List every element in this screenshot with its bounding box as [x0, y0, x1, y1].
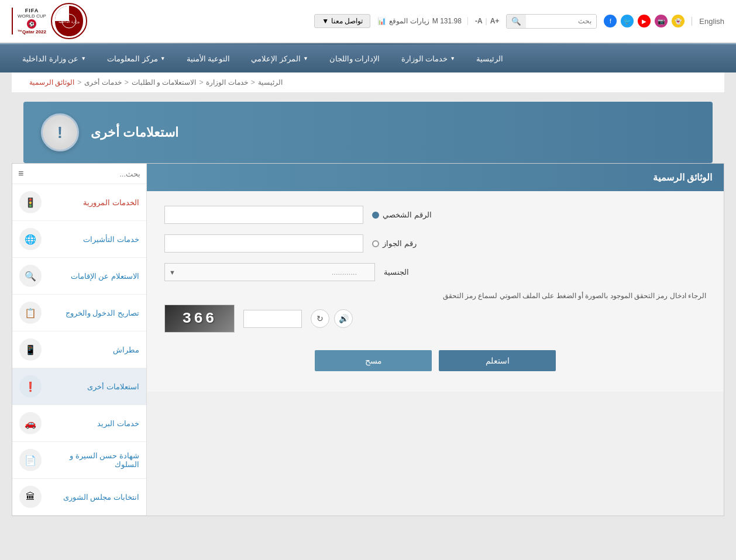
sidebar-search: ≡ — [12, 164, 146, 184]
sidebar-item-entry[interactable]: تصاريح الدخول والخروج 📋 — [12, 295, 146, 331]
twitter-icon[interactable]: 🐦 — [621, 15, 634, 27]
nav-item-media[interactable]: ▼ المركز الإعلامي — [240, 44, 319, 72]
nav-item-departments[interactable]: الإدارات واللجان — [319, 44, 391, 72]
captcha-refresh-button[interactable]: ↻ — [311, 309, 329, 328]
sidebar: ≡ الخدمات المرورية 🚦 خدمات التأشيرات 🌐 — [12, 164, 147, 516]
page-header: استعلامات أخرى ! — [23, 102, 713, 163]
captcha-audio-button[interactable]: 🔊 — [334, 309, 353, 328]
captcha-image: 366 — [164, 305, 235, 333]
nationality-row: الجنسية ............ ▼ — [164, 263, 706, 281]
nav-about-arrow: ▼ — [81, 56, 86, 61]
nationality-label-text: الجنسية — [384, 268, 409, 276]
breadcrumb: الرئيسية < خدمات الوزارة < الاستعلامات و… — [12, 72, 724, 93]
captcha-input[interactable] — [243, 310, 302, 328]
nav-info-arrow: ▼ — [160, 56, 166, 61]
other-icon: ❗ — [25, 381, 36, 392]
content-wrapper: الرئيسية < خدمات الوزارة < الاستعلامات و… — [0, 72, 736, 528]
residency-icon-circle: 🔍 — [19, 265, 42, 287]
nav-info-label: مركز المعلومات — [107, 54, 158, 63]
nav-media-label: المركز الإعلامي — [251, 54, 301, 63]
elections-icon-circle: 🏛 — [19, 486, 42, 508]
personal-number-radio[interactable] — [372, 212, 379, 219]
nav-services-label: خدمات الوزارة — [401, 54, 448, 63]
conduct-icon: 📄 — [25, 455, 36, 466]
sidebar-wanted-label: مطراش — [46, 345, 139, 354]
breadcrumb-other-services[interactable]: خدمات أخرى — [84, 78, 121, 87]
breadcrumb-sep-4: < — [77, 78, 81, 87]
nav-item-about[interactable]: ▼ عن وزارة الداخلية — [12, 44, 97, 72]
contact-button[interactable]: تواصل معنا ▼ — [314, 14, 370, 28]
passport-number-input[interactable] — [164, 234, 363, 253]
sidebar-item-elections[interactable]: انتخابات مجلس الشورى 🏛 — [12, 479, 146, 516]
exclamation-icon: ! — [57, 123, 63, 142]
qatar-2022-text: Qatar 2022™ — [18, 29, 46, 34]
clear-button[interactable]: مسح — [315, 350, 432, 371]
sidebar-item-wanted[interactable]: مطراش 📱 — [12, 331, 146, 368]
nav-item-awareness[interactable]: التوعية الأمنية — [176, 44, 241, 72]
top-bar-left: English 👻 📷 ▶ 🐦 f 🔍 +A | A- 13 — [314, 14, 724, 29]
breadcrumb-ministry-services[interactable]: خدمات الوزارة — [206, 78, 247, 87]
language-selector[interactable]: English — [692, 17, 724, 26]
conduct-icon-circle: 📄 — [19, 449, 42, 471]
dropdown-arrow-icon: ▼ — [322, 17, 329, 25]
page-header-icon-circle: ! — [41, 113, 79, 151]
sidebar-item-postal[interactable]: خدمات البريد 🚗 — [12, 405, 146, 442]
navigation-bar: الرئيسية ▼ خدمات الوزارة الإدارات واللجا… — [0, 44, 736, 72]
nav-departments-label: الإدارات واللجان — [329, 54, 380, 63]
nav-awareness-label: التوعية الأمنية — [187, 54, 231, 63]
breadcrumb-sep-1: < — [251, 78, 255, 87]
sidebar-item-residency[interactable]: الاستعلام عن الإقامات 🔍 — [12, 258, 146, 295]
sidebar-visa-label: خدمات التأشيرات — [46, 235, 139, 244]
nav-item-home[interactable]: الرئيسية — [466, 44, 514, 72]
breadcrumb-sep-3: < — [125, 78, 129, 87]
snapchat-icon[interactable]: 👻 — [672, 15, 685, 27]
nav-item-info[interactable]: ▼ مركز المعلومات — [97, 44, 176, 72]
elections-icon: 🏛 — [26, 492, 35, 502]
breadcrumb-inquiries[interactable]: الاستعلامات و الطلبات — [132, 78, 197, 87]
breadcrumb-home[interactable]: الرئيسية — [258, 78, 283, 87]
breadcrumb-sep-2: < — [199, 78, 203, 87]
captcha-controls: 🔊 ↻ — [311, 309, 353, 328]
sidebar-item-traffic[interactable]: الخدمات المرورية 🚦 — [12, 184, 146, 221]
captcha-hint: الرجاء ادخال رمز التحقق الموجود بالصورة … — [164, 292, 706, 300]
sidebar-conduct-label: شهادة حسن السيرة و السلوك — [46, 451, 139, 469]
sidebar-search-input[interactable] — [27, 170, 140, 178]
nationality-select[interactable]: ............ — [164, 263, 375, 281]
youtube-icon[interactable]: ▶ — [638, 15, 651, 27]
buttons-row: استعلم مسح — [164, 350, 706, 377]
font-increase-button[interactable]: +A — [490, 17, 500, 25]
traffic-icon-circle: 🚦 — [19, 191, 42, 213]
nav-media-arrow: ▼ — [303, 56, 308, 61]
nationality-select-wrapper: ............ ▼ — [164, 263, 375, 281]
facebook-icon[interactable]: f — [604, 15, 617, 27]
personal-number-input[interactable] — [164, 206, 363, 224]
form-body: الرقم الشخصي رقم الجواز — [147, 191, 724, 392]
qatar-logo: وزارة الداخلية — [51, 3, 87, 39]
world-cup-trophy-icon: ⚽ — [26, 19, 37, 29]
font-decrease-button[interactable]: A- — [475, 17, 483, 25]
world-cup-text: WORLD CUP — [18, 13, 46, 19]
passport-number-radio[interactable] — [372, 240, 379, 247]
logo-area: وزارة الداخلية FIFA WORLD CUP ⚽ Qatar 20… — [12, 3, 87, 39]
svg-text:⚽: ⚽ — [29, 21, 35, 27]
passport-number-row: رقم الجواز — [164, 234, 706, 253]
visits-label: زيارات الموقع — [389, 17, 429, 25]
search-button[interactable]: 🔍 — [507, 15, 526, 28]
sidebar-other-label: استعلامات أخرى — [46, 382, 139, 391]
personal-number-row: الرقم الشخصي — [164, 206, 706, 224]
nationality-label: الجنسية — [384, 268, 409, 276]
sidebar-item-visa[interactable]: خدمات التأشيرات 🌐 — [12, 221, 146, 258]
postal-icon: 🚗 — [25, 418, 36, 429]
sidebar-menu-icon[interactable]: ≡ — [18, 168, 23, 179]
traffic-icon: 🚦 — [25, 197, 36, 208]
entry-icon-circle: 📋 — [19, 302, 42, 324]
nav-item-services[interactable]: ▼ خدمات الوزارة — [391, 44, 466, 72]
sidebar-item-other[interactable]: استعلامات أخرى ❗ — [12, 368, 146, 405]
sidebar-traffic-label: الخدمات المرورية — [46, 198, 139, 207]
instagram-icon[interactable]: 📷 — [655, 15, 668, 27]
inquiry-button[interactable]: استعلم — [439, 350, 556, 371]
postal-icon-circle: 🚗 — [19, 412, 42, 434]
sidebar-item-conduct[interactable]: شهادة حسن السيرة و السلوك 📄 — [12, 442, 146, 479]
contact-label: تواصل معنا — [331, 17, 363, 25]
search-input[interactable] — [526, 15, 596, 27]
